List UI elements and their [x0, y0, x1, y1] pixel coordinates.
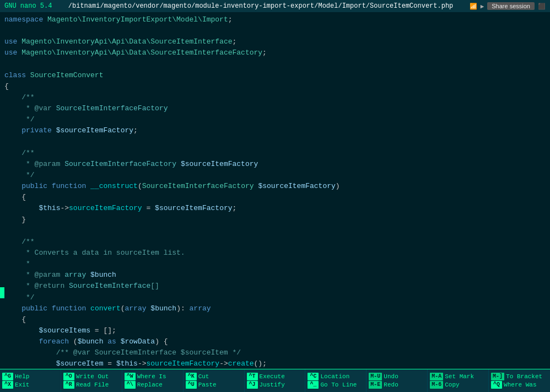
key-ctrl-k: ^K [186, 373, 197, 380]
label-undo: Undo [384, 373, 398, 380]
key-ctrl-o: ^O [63, 373, 74, 380]
shortcut-whereis-replace: ^W Where Is ^\ Replace [122, 369, 184, 392]
label-set-mark: Set Mark [445, 373, 474, 380]
key-meta-a: M-A [430, 373, 443, 380]
key-ctrl-c: ^C [308, 373, 319, 380]
close-icon[interactable]: ⬛ [538, 3, 546, 10]
key-ctrl-t: ^T [247, 373, 258, 380]
shortcut-cut-paste: ^K Cut ^U Paste [184, 369, 245, 392]
label-where-was: Where Was [504, 382, 536, 388]
label-read-file: Read File [76, 382, 109, 388]
label-exit: Exit [15, 382, 29, 388]
key-ctrl-r: ^R [63, 381, 74, 389]
label-write-out: Write Out [76, 373, 109, 380]
top-bar-right: 📶 ▶ Share session ⬛ [470, 2, 546, 10]
key-ctrl-w: ^W [125, 373, 136, 380]
arrow-icon: ▶ [481, 3, 484, 10]
filename: /bitnami/magento/vendor/magento/module-i… [52, 2, 469, 10]
app-name: GNU nano 5.4 [4, 2, 52, 10]
cursor-indicator [0, 287, 4, 298]
label-justify: Justify [260, 382, 285, 388]
shortcut-bar: ^G Help ^X Exit ^O Write Out ^R Read Fil… [0, 369, 550, 392]
label-to-bracket: To Bracket [506, 373, 542, 380]
shortcut-help-exit: ^G Help ^X Exit [0, 369, 61, 392]
label-replace: Replace [137, 382, 163, 388]
label-location: Location [320, 373, 349, 380]
key-ctrl-u: ^U [186, 381, 197, 389]
key-ctrl-x: ^X [2, 381, 13, 389]
label-execute: Execute [260, 373, 285, 380]
key-meta-u: M-U [369, 373, 382, 380]
label-paste: Paste [198, 382, 217, 388]
share-session-button[interactable]: Share session [487, 2, 535, 10]
label-copy: Copy [445, 382, 459, 388]
label-cut: Cut [198, 373, 209, 380]
shortcut-setmark-copy: M-A Set Mark M-6 Copy [428, 369, 489, 392]
shortcut-bracket-wherewas: M-] To Bracket ^Q Where Was [489, 369, 550, 392]
wifi-icon: 📶 [470, 3, 477, 10]
code-content: namespace Magento\InventoryImportExport\… [4, 14, 546, 369]
key-ctrl-q: ^Q [491, 381, 502, 389]
shortcut-location-goto: ^C Location ^_ Go To Line [305, 369, 366, 392]
label-help: Help [15, 373, 29, 380]
key-ctrl-j: ^J [247, 381, 258, 389]
key-meta-6: M-6 [430, 381, 443, 389]
top-bar: GNU nano 5.4 /bitnami/magento/vendor/mag… [0, 0, 550, 12]
label-redo: Redo [384, 382, 398, 388]
label-go-to-line: Go To Line [320, 382, 357, 388]
code-editor: namespace Magento\InventoryImportExport\… [0, 12, 550, 369]
key-ctrl-g: ^G [2, 373, 13, 380]
shortcut-write-read: ^O Write Out ^R Read File [61, 369, 122, 392]
label-where-is: Where Is [137, 373, 166, 380]
key-ctrl-backslash: ^\ [125, 381, 136, 389]
shortcut-execute-justify: ^T Execute ^J Justify [245, 369, 306, 392]
shortcut-undo-redo: M-U Undo M-E Redo [366, 369, 428, 392]
key-meta-e: M-E [369, 381, 382, 389]
key-ctrl-underscore: ^_ [308, 381, 319, 389]
key-meta-bracket: M-] [491, 373, 504, 380]
